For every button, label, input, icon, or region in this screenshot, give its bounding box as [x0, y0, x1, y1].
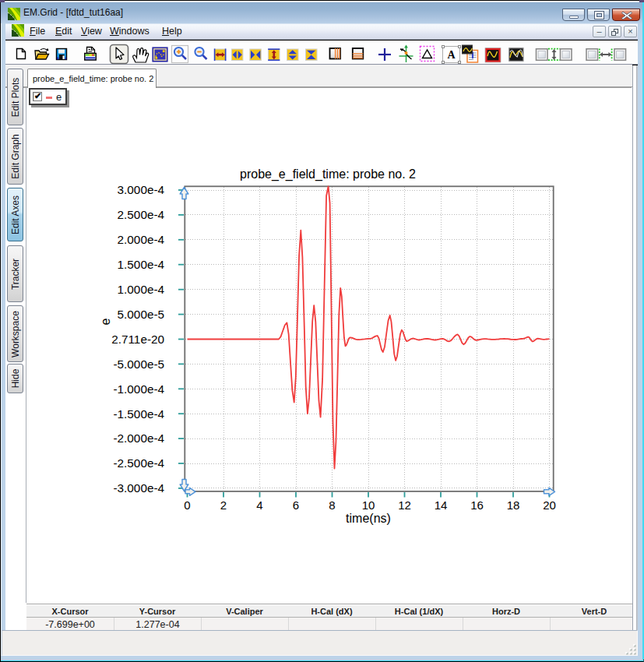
- svg-text:16: 16: [470, 498, 484, 512]
- svg-text:2.500e-4: 2.500e-4: [118, 208, 165, 221]
- svg-text:1.500e-4: 1.500e-4: [118, 258, 165, 271]
- svg-text:e: e: [99, 318, 112, 325]
- svg-text:-2.500e-4: -2.500e-4: [114, 456, 165, 470]
- svg-text:0: 0: [184, 498, 190, 512]
- svg-text:10: 10: [362, 498, 375, 512]
- svg-text:1.000e-4: 1.000e-4: [118, 283, 165, 296]
- svg-text:12: 12: [398, 498, 411, 512]
- svg-text:2.711e-20: 2.711e-20: [111, 333, 164, 346]
- svg-text:-5.000e-5: -5.000e-5: [114, 357, 164, 371]
- svg-text:probe_e_field_time: probe no.: probe_e_field_time: probe no. 2: [240, 167, 416, 181]
- svg-text:3.000e-4: 3.000e-4: [118, 183, 165, 196]
- svg-text:20: 20: [543, 498, 556, 512]
- svg-text:8: 8: [329, 498, 335, 512]
- svg-text:14: 14: [435, 498, 448, 512]
- svg-text:4: 4: [256, 498, 262, 512]
- svg-text:6: 6: [293, 498, 299, 512]
- svg-text:-3.000e-4: -3.000e-4: [114, 481, 165, 495]
- svg-text:5.000e-5: 5.000e-5: [118, 308, 164, 321]
- svg-text:-1.500e-4: -1.500e-4: [114, 407, 165, 421]
- svg-text:2.000e-4: 2.000e-4: [118, 233, 165, 246]
- svg-text:2: 2: [220, 498, 227, 512]
- svg-text:time(ns): time(ns): [346, 512, 391, 525]
- svg-text:-1.000e-4: -1.000e-4: [114, 382, 165, 396]
- svg-text:-2.000e-4: -2.000e-4: [114, 431, 165, 445]
- svg-text:18: 18: [507, 498, 520, 512]
